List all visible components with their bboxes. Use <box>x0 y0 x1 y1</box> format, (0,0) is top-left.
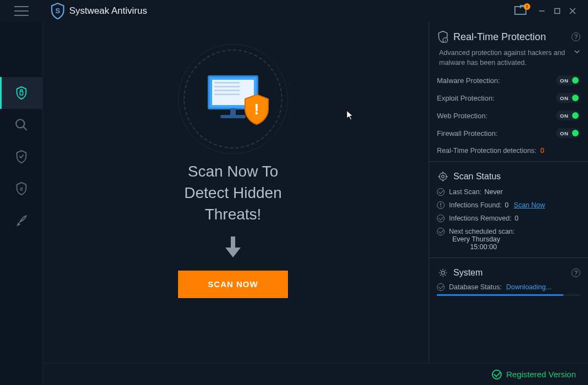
heading-line: Threats! <box>184 204 281 225</box>
infections-found-row: ! Infections Found: 0 Scan Now <box>437 201 580 209</box>
sidebar-item-status[interactable] <box>0 77 43 109</box>
svg-line-7 <box>23 127 27 130</box>
detections-count: 0 <box>540 147 544 155</box>
app-logo-icon: S <box>51 4 65 18</box>
section-scan-status: Scan Status Last Scan: Never ! Infection… <box>429 162 588 258</box>
last-scan-value: Never <box>485 188 503 196</box>
titlebar: S Systweak Antivirus ! <box>0 0 588 22</box>
database-status-value: Downloading... <box>506 283 552 291</box>
arrow-down-icon <box>223 235 243 261</box>
infections-found-value: 0 <box>504 201 508 209</box>
firewall-protection-toggle[interactable]: ON <box>556 128 580 138</box>
toggle-row-malware: Malware Protection: ON <box>437 75 580 85</box>
main-heading: Scan Now To Detect Hidden Threats! <box>184 161 281 226</box>
svg-rect-2 <box>555 9 560 14</box>
scan-now-link[interactable]: Scan Now <box>514 201 545 209</box>
toggle-label: Malware Protection: <box>437 76 500 85</box>
help-icon[interactable]: ? <box>572 268 580 277</box>
web-protection-toggle[interactable]: ON <box>556 111 580 120</box>
minimize-button[interactable] <box>534 3 550 19</box>
right-panel: i Real-Time Protection ? Advanced protec… <box>429 22 588 363</box>
toggle-row-firewall: Firewall Protection: ON <box>437 128 580 138</box>
svg-rect-5 <box>20 91 23 95</box>
svg-point-13 <box>442 175 445 178</box>
scan-illustration: ! <box>178 50 288 148</box>
section-system: System ? Database Status: Downloading... <box>429 258 588 302</box>
target-icon <box>437 170 449 183</box>
toggle-label: Firewall Protection: <box>437 129 498 138</box>
database-status-row: Database Status: Downloading... <box>437 283 580 291</box>
system-heading: System <box>453 268 482 278</box>
registered-version-badge: Registered Version <box>492 370 576 380</box>
sidebar-item-scan[interactable] <box>0 109 43 141</box>
gear-icon <box>437 267 449 279</box>
next-scheduled-time: 15:00:00 <box>452 243 515 251</box>
heading-line: Scan Now To <box>184 161 281 182</box>
menu-hamburger-button[interactable] <box>0 0 43 22</box>
scan-status-heading: Scan Status <box>453 172 501 182</box>
infections-removed-value: 0 <box>514 215 518 222</box>
sidebar: e <box>0 22 43 385</box>
chevron-down-icon[interactable] <box>574 48 580 58</box>
promo-icon[interactable]: ! <box>514 6 528 16</box>
footer: Registered Version <box>43 363 588 385</box>
database-progress <box>437 294 580 296</box>
realtime-heading: Real-Time Protection <box>453 31 546 43</box>
check-icon <box>437 283 445 291</box>
heading-line: Detect Hidden <box>184 182 281 204</box>
next-scheduled-row: Next scheduled scan: Every Thursday 15:0… <box>437 228 580 251</box>
svg-point-12 <box>439 173 446 180</box>
section-realtime-protection: i Real-Time Protection ? Advanced protec… <box>429 22 588 162</box>
toggle-row-web: Web Protection: ON <box>437 111 580 120</box>
shield-info-icon: i <box>437 31 449 43</box>
check-icon <box>437 228 445 235</box>
sidebar-item-web[interactable]: e <box>0 173 43 205</box>
scan-now-button[interactable]: SCAN NOW <box>178 271 288 298</box>
main-panel: ! Scan Now To Detect Hidden Threats! SCA… <box>43 22 423 363</box>
svg-text:S: S <box>56 7 60 15</box>
close-button[interactable] <box>565 3 580 19</box>
infections-removed-row: Infections Removed: 0 <box>437 215 580 222</box>
check-circle-icon <box>492 370 502 380</box>
last-scan-row: Last Scan: Never <box>437 188 580 196</box>
help-icon[interactable]: ? <box>572 32 580 41</box>
app-title: Systweak Antivirus <box>69 6 147 16</box>
realtime-detections: Real-Time Protection detections: 0 <box>437 147 580 155</box>
svg-text:e: e <box>20 186 23 192</box>
svg-point-6 <box>16 119 24 128</box>
check-icon <box>437 188 445 196</box>
svg-text:!: ! <box>254 101 259 118</box>
exploit-protection-toggle[interactable]: ON <box>556 93 580 103</box>
check-icon <box>437 215 445 222</box>
sidebar-item-optimize[interactable] <box>0 205 43 237</box>
toggle-label: Web Protection: <box>437 112 487 120</box>
sidebar-item-protection[interactable] <box>0 141 43 173</box>
toggle-label: Exploit Protection: <box>437 94 495 102</box>
toggle-row-exploit: Exploit Protection: ON <box>437 93 580 103</box>
info-icon: ! <box>437 201 445 209</box>
maximize-button[interactable] <box>550 3 565 19</box>
realtime-description: Advanced protection against hackers and … <box>437 48 580 68</box>
next-scheduled-value: Every Thursday <box>452 235 515 243</box>
malware-protection-toggle[interactable]: ON <box>556 75 580 85</box>
alert-shield-icon: ! <box>243 94 270 125</box>
promo-badge: ! <box>524 3 530 10</box>
svg-point-18 <box>441 271 445 274</box>
